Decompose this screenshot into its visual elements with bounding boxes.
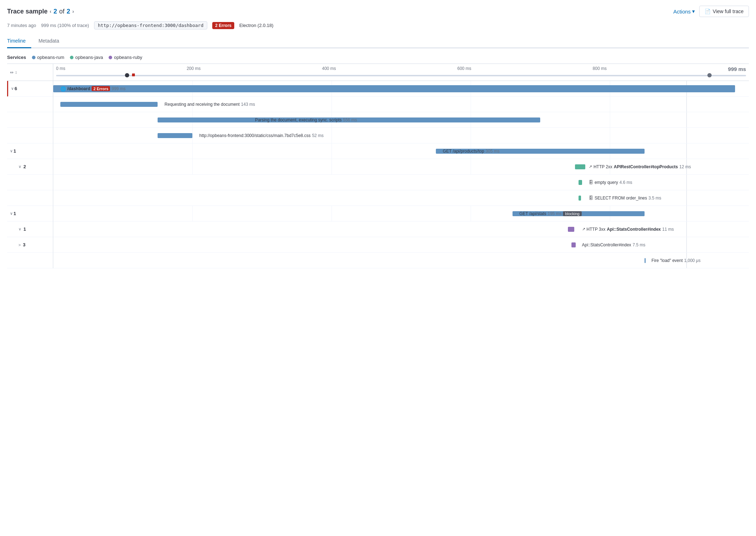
url-badge[interactable]: http://opbeans-frontend:3000/dashboard	[94, 21, 207, 29]
row-left-select-order	[7, 190, 53, 206]
http2xx-text: HTTP 2xx	[593, 164, 612, 169]
tab-metadata[interactable]: Metadata	[38, 35, 65, 48]
vgrid4-91	[686, 128, 687, 143]
dur-parse-doc: 556 ms	[343, 117, 357, 122]
meta-row: 7 minutes ago 999 ms (100% of trace) htt…	[7, 21, 749, 29]
expand-api-products[interactable]: ∨	[10, 149, 13, 153]
dur-empty-query: 4.6 ms	[619, 180, 632, 185]
rum-label: opbeans-rum	[37, 55, 65, 60]
view-full-label: View full trace	[713, 9, 744, 14]
label-api-products-http: ↗ HTTP 2xx APIRestController#topProducts…	[589, 164, 691, 169]
dur-fire-load: 1,000 μs	[684, 258, 701, 263]
vgrid6-20	[192, 159, 193, 174]
zoom-controls[interactable]: ⇔ ↕	[10, 70, 17, 75]
parse-doc-text: Parsing the document, executing sync. sc…	[255, 117, 341, 122]
indent-stats-controller: > 3	[10, 242, 26, 247]
label-parse-doc: Parsing the document, executing sync. sc…	[255, 117, 357, 122]
expand-root[interactable]: ∨	[11, 86, 14, 91]
expand-stats-controller[interactable]: >	[18, 243, 21, 247]
row-right-empty-query: 🗄 empty query 4.6 ms	[53, 175, 749, 190]
tab-timeline[interactable]: Timeline	[7, 35, 31, 48]
legend-java: opbeans-java	[70, 55, 103, 60]
row-left-api-products-http: ∨ 2	[7, 159, 53, 175]
http-icon-stats: ↗	[582, 227, 585, 231]
zoom-in-icon: ↕	[15, 70, 17, 75]
select-order-text: SELECT FROM order_lines	[595, 196, 647, 201]
label-api-stats-http: ↗ HTTP 3xx Api::StatsController#index 11…	[582, 227, 674, 232]
time-ago: 7 minutes ago	[7, 23, 36, 28]
row-right-stats-controller: Api::StatsController#index 7.5 ms	[53, 237, 749, 253]
blocking-badge: blocking	[563, 211, 581, 216]
nav-next-arrow[interactable]: ›	[72, 9, 74, 14]
time-markers: 0 ms 200 ms 400 ms 600 ms 800 ms 999 ms	[53, 66, 749, 72]
vgrid2-80	[610, 97, 610, 112]
rum-dot	[32, 56, 35, 59]
scrubber-right-handle[interactable]	[707, 73, 712, 77]
http-icon: ↗	[589, 164, 592, 169]
bar-stats-controller	[571, 242, 576, 247]
marker-800: 800 ms	[593, 66, 607, 72]
api-products-text: GET /api/products/top	[443, 149, 484, 154]
bar-api-stats-http	[568, 227, 574, 232]
total-pages-link[interactable]: 2	[67, 8, 70, 15]
row-left-fire-load	[7, 253, 53, 268]
count-api-products: 1	[13, 148, 16, 154]
zoom-fit-icon[interactable]: ⇔	[10, 70, 13, 75]
dur-api-products-http: 12 ms	[679, 164, 691, 169]
bar-css	[158, 133, 192, 138]
expand-api-stats[interactable]: ∨	[10, 211, 13, 216]
label-stats-controller: Api::StatsController#index 7.5 ms	[582, 242, 646, 247]
vgrid3-91	[686, 112, 687, 127]
dur-css: 52 ms	[312, 133, 324, 138]
page-header: Trace sample ‹ 2 of 2 › Actions ▾ 📄 View…	[7, 6, 749, 17]
req-doc-text: Requesting and receiving the document	[165, 102, 240, 107]
label-api-stats: GET /api/stats 195 ms blocking	[519, 211, 582, 216]
duration-root: 999 ms	[111, 86, 125, 91]
marker-600: 600 ms	[458, 66, 471, 72]
timeline-container: Services opbeans-rum opbeans-java opbean…	[7, 55, 749, 268]
row-right-api-products: GET /api/products/top 305 ms	[53, 143, 749, 159]
bar-fire-load	[645, 258, 646, 263]
expand-api-products-http[interactable]: ∨	[18, 164, 21, 169]
errors-badge: 2 Errors	[212, 22, 234, 29]
row-left-api-stats: ∨ 1	[7, 206, 53, 221]
actions-button[interactable]: Actions ▾	[673, 8, 695, 15]
ruby-dot	[109, 56, 112, 59]
row-right-select-order: 🗄 SELECT FROM order_lines 3.5 ms	[53, 190, 749, 206]
row-right-api-stats: GET /api/stats 195 ms blocking	[53, 206, 749, 221]
scrubber-left-handle[interactable]	[125, 73, 129, 77]
bar-api-products-http	[575, 164, 585, 169]
expand-api-stats-http[interactable]: ∨	[18, 227, 21, 231]
vgrid2-60	[471, 97, 471, 112]
row-left-stats-controller: > 3	[7, 237, 53, 253]
nav-prev-arrow[interactable]: ‹	[50, 9, 51, 14]
row-left-req-doc	[7, 97, 53, 112]
errors-badge-root: 2 Errors	[92, 86, 110, 91]
row-right-api-stats-http: ↗ HTTP 3xx Api::StatsController#index 11…	[53, 221, 749, 237]
row-right-parse-doc: Parsing the document, executing sync. sc…	[53, 112, 749, 128]
api-rest-controller-label: APIRestController#topProducts	[614, 164, 678, 169]
vgrid2-40	[332, 97, 332, 112]
chevron-down-icon: ▾	[692, 8, 695, 15]
marker-200: 200 ms	[187, 66, 201, 72]
bar-empty-query	[579, 180, 582, 185]
scrubber-track	[56, 75, 746, 76]
bar-root	[53, 85, 735, 92]
fire-load-text: Fire "load" event	[652, 258, 683, 263]
view-full-trace-button[interactable]: 📄 View full trace	[699, 6, 749, 17]
ruby-label: opbeans-ruby	[114, 55, 142, 60]
db-icon-empty: 🗄	[589, 180, 593, 185]
page-title: Trace sample	[7, 8, 48, 15]
current-page-link[interactable]: 2	[54, 8, 57, 15]
dur-stats-controller: 7.5 ms	[632, 242, 645, 247]
vgrid3-80	[610, 112, 610, 127]
dur-api-products: 305 ms	[486, 149, 499, 154]
row-right-fire-load: Fire "load" event 1,000 μs	[53, 253, 749, 268]
legend-rum: opbeans-rum	[32, 55, 65, 60]
row-left-api-products: ∨ 1	[7, 143, 53, 159]
db-icon-select: 🗄	[589, 196, 593, 201]
document-icon: 📄	[705, 9, 711, 14]
actions-label: Actions	[673, 9, 691, 15]
row-right-css: http://opbeans-frontend:3000/static/css/…	[53, 128, 749, 143]
row-left-root: ∨ 6	[7, 81, 53, 97]
